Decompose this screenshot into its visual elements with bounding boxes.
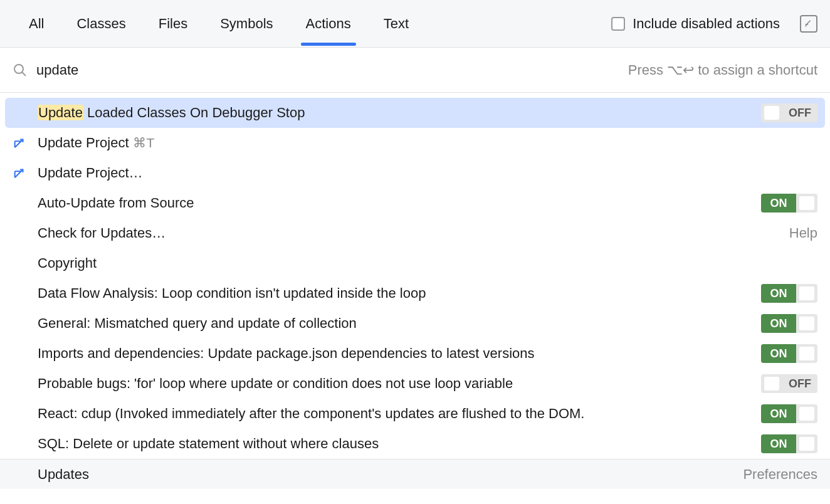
trailing-text: Preferences	[743, 466, 817, 483]
toggle-label: ON	[761, 314, 796, 333]
toggle-knob	[799, 196, 814, 210]
result-label: Imports and dependencies: Update package…	[38, 345, 761, 362]
result-row[interactable]: Update Project⌘T	[0, 128, 830, 158]
toggle-knob	[799, 407, 814, 421]
result-row[interactable]: Imports and dependencies: Update package…	[0, 339, 830, 369]
toggle-label: ON	[761, 434, 796, 453]
result-label: Update Loaded Classes On Debugger Stop	[38, 105, 761, 121]
toggle-on[interactable]: ON	[761, 404, 817, 423]
tab-all[interactable]: All	[13, 2, 60, 46]
toggle-knob	[764, 377, 779, 391]
match-highlight: Update	[38, 105, 83, 120]
toggle-on[interactable]: ON	[761, 314, 817, 333]
result-row[interactable]: Check for Updates… Help	[0, 218, 830, 248]
toggle-on[interactable]: ON	[761, 284, 817, 303]
include-disabled-checkbox[interactable]	[611, 17, 625, 31]
header-right: Include disabled actions	[611, 15, 817, 33]
result-label: Updates	[38, 466, 743, 483]
toggle-label: ON	[761, 194, 796, 213]
result-row[interactable]: React: cdup (Invoked immediately after t…	[0, 399, 830, 429]
result-row[interactable]: Auto-Update from Source ON	[0, 188, 830, 218]
result-row[interactable]: Update Loaded Classes On Debugger Stop O…	[5, 98, 825, 128]
toggle-on[interactable]: ON	[761, 194, 817, 213]
label-rest: Loaded Classes On Debugger Stop	[83, 105, 305, 120]
include-disabled-label: Include disabled actions	[633, 16, 780, 32]
search-input[interactable]	[36, 62, 628, 78]
toggle-label: ON	[761, 404, 796, 423]
pin-icon[interactable]	[800, 15, 817, 33]
toggle-label: ON	[761, 284, 796, 303]
result-row[interactable]: Probable bugs: 'for' loop where update o…	[0, 369, 830, 399]
result-row[interactable]: Copyright	[0, 248, 830, 278]
tab-files[interactable]: Files	[142, 2, 204, 46]
result-label: React: cdup (Invoked immediately after t…	[38, 406, 761, 422]
result-label: General: Mismatched query and update of …	[38, 315, 761, 332]
toggle-knob	[799, 286, 814, 300]
result-label: Copyright	[38, 255, 817, 271]
update-arrow-icon	[13, 166, 38, 180]
tabs: All Classes Files Symbols Actions Text	[13, 2, 611, 46]
shortcut-hint: Press ⌥↩ to assign a shortcut	[628, 62, 817, 78]
trailing-text: Help	[789, 225, 817, 241]
toggle-knob	[799, 347, 814, 360]
shortcut-text: ⌘T	[133, 135, 155, 150]
toggle-knob	[799, 437, 814, 451]
toggle-on[interactable]: ON	[761, 434, 817, 453]
header-bar: All Classes Files Symbols Actions Text I…	[0, 0, 830, 48]
result-row[interactable]: SQL: Delete or update statement without …	[0, 429, 830, 459]
result-label: Auto-Update from Source	[38, 195, 761, 211]
results-list: Update Loaded Classes On Debugger Stop O…	[0, 93, 830, 489]
svg-line-1	[22, 72, 26, 76]
result-label: Data Flow Analysis: Loop condition isn't…	[38, 285, 761, 302]
tab-text[interactable]: Text	[367, 2, 425, 46]
toggle-off[interactable]: OFF	[761, 374, 817, 393]
result-label: SQL: Delete or update statement without …	[38, 436, 761, 452]
toggle-label: OFF	[782, 103, 817, 122]
toggle-off[interactable]: OFF	[761, 103, 817, 122]
result-label: Update Project⌘T	[38, 135, 817, 151]
toggle-label: OFF	[782, 374, 817, 393]
update-arrow-icon	[13, 136, 38, 150]
result-label: Check for Updates…	[38, 225, 789, 241]
toggle-on[interactable]: ON	[761, 344, 817, 363]
toggle-label: ON	[761, 344, 796, 363]
result-row[interactable]: Updates Preferences	[0, 459, 830, 489]
tab-symbols[interactable]: Symbols	[204, 2, 289, 46]
result-label: Probable bugs: 'for' loop where update o…	[38, 375, 761, 392]
result-row[interactable]: Data Flow Analysis: Loop condition isn't…	[0, 278, 830, 308]
toggle-knob	[799, 317, 814, 330]
result-row[interactable]: Update Project…	[0, 158, 830, 188]
result-label: Update Project…	[38, 165, 817, 181]
svg-point-0	[14, 65, 23, 73]
tab-classes[interactable]: Classes	[60, 2, 142, 46]
toggle-knob	[764, 106, 779, 120]
search-icon	[13, 63, 28, 78]
search-row: Press ⌥↩ to assign a shortcut	[0, 48, 830, 93]
tab-actions[interactable]: Actions	[290, 2, 367, 46]
result-row[interactable]: General: Mismatched query and update of …	[0, 308, 830, 339]
